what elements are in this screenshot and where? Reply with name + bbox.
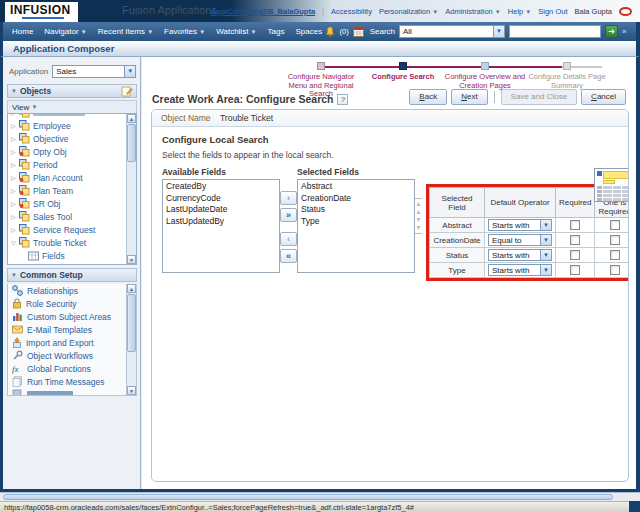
list-item[interactable]: Type	[298, 216, 414, 228]
operator-select[interactable]: Equal to▼	[488, 234, 552, 246]
objects-section-header[interactable]: ▼ Objects	[7, 84, 137, 98]
scroll-up-icon[interactable]: ▲	[127, 114, 136, 123]
scrollbar-thumb[interactable]	[3, 494, 613, 500]
move-selected-right-button[interactable]: ›	[280, 191, 297, 205]
move-to-top-icon[interactable]	[415, 198, 422, 199]
scroll-down-icon[interactable]: ▼	[127, 255, 136, 264]
administration-menu[interactable]: Administration ▼	[445, 7, 501, 16]
tree-item-employee[interactable]: ▷Employee	[8, 119, 136, 132]
operator-select[interactable]: Starts with▼	[488, 249, 552, 261]
operator-select[interactable]: Starts with▼	[488, 264, 552, 276]
search-scope-select[interactable]: All ▼	[399, 25, 505, 38]
nav-item-favorites[interactable]: Favorites ▼	[164, 27, 205, 36]
search-go-button[interactable]: ➜	[605, 25, 618, 38]
common-item-custom-subject-areas[interactable]: Custom Subject Areas	[8, 310, 136, 323]
next-button[interactable]: Next	[451, 89, 487, 105]
scrollbar-thumb[interactable]	[127, 294, 136, 352]
nav-item-recent-items[interactable]: Recent Items ▼	[98, 27, 153, 36]
operator-select[interactable]: Starts with▼	[488, 219, 552, 231]
tree-item-objective[interactable]: ▷Objective	[8, 132, 136, 145]
at-least-one-checkbox[interactable]	[610, 250, 620, 260]
list-item[interactable]: LastUpdateDate	[163, 204, 279, 216]
nav-item-navigator[interactable]: Navigator ▼	[44, 27, 86, 36]
tree-view-menu[interactable]: View ▼	[7, 100, 137, 113]
list-item[interactable]: CurrencyCode	[163, 193, 279, 205]
cancel-button[interactable]: Cancel	[581, 89, 626, 105]
tree-item-sales-tool[interactable]: ▷Sales Tool	[8, 210, 136, 223]
fields-shuttle: Available Fields CreatedBy CurrencyCode …	[162, 167, 618, 285]
move-to-bottom-icon[interactable]: ▼	[415, 224, 422, 232]
tree-item-sr-obj[interactable]: ▷SR Obj	[8, 197, 136, 210]
at-least-one-checkbox[interactable]	[610, 235, 620, 245]
tree-item-trouble-ticket[interactable]: ▽Trouble Ticket	[8, 236, 136, 249]
accessibility-link[interactable]: Accessibility	[331, 7, 372, 16]
application-selector-row: Application Sales ▼	[9, 65, 137, 78]
save-and-close-button[interactable]: Save and Close	[501, 89, 577, 105]
divider	[494, 91, 495, 103]
required-checkbox[interactable]	[570, 235, 580, 245]
calendar-icon[interactable]	[353, 26, 364, 37]
application-select[interactable]: Sales ▼	[52, 65, 136, 78]
chevron-down-icon: ▼	[540, 265, 551, 275]
sign-out-link[interactable]: Sign Out	[538, 7, 567, 16]
tree-item-opty-obj[interactable]: ▷Opty Obj	[8, 145, 136, 158]
common-item-import-export[interactable]: Import and Export	[8, 336, 136, 349]
selected-fields-listbox[interactable]: Abstract CreationDate Status Type	[297, 179, 415, 273]
object-icon	[19, 133, 30, 144]
tree-scrollbar[interactable]: ▲ ▼	[126, 114, 136, 264]
tree-item-fields[interactable]: Fields	[8, 249, 136, 262]
common-item-run-time-messages[interactable]: Run Time Messages	[8, 375, 136, 388]
list-item[interactable]: Abstract	[298, 181, 414, 193]
common-item-role-security[interactable]: Role Security	[8, 297, 136, 310]
common-item-relationships[interactable]: Relationships	[8, 284, 136, 297]
toolbar-overflow-icon[interactable]: »	[622, 26, 631, 38]
common-list-scrollbar[interactable]: ▲ ▼	[126, 284, 136, 395]
help-menu[interactable]: Help ▼	[508, 7, 531, 16]
common-item-clipped[interactable]	[8, 388, 136, 396]
required-checkbox[interactable]	[570, 220, 580, 230]
move-selected-left-button[interactable]: ‹	[280, 232, 297, 246]
common-item-global-functions[interactable]: fxGlobal Functions	[8, 362, 136, 375]
common-item-email-templates[interactable]: E-Mail Templates	[8, 323, 136, 336]
nav-item-spaces[interactable]: Spaces	[295, 27, 322, 36]
personalization-menu[interactable]: Personalization ▼	[379, 7, 438, 16]
move-up-icon[interactable]: ▲	[415, 208, 422, 216]
scroll-up-icon[interactable]: ▲	[127, 284, 136, 293]
move-to-bottom-icon[interactable]	[415, 233, 422, 234]
move-all-right-button[interactable]: »	[280, 208, 297, 222]
required-checkbox[interactable]	[570, 250, 580, 260]
notifications-bell-icon[interactable]	[325, 26, 335, 38]
tree-item-period[interactable]: ▷Period	[8, 158, 136, 171]
notification-count: (0)	[339, 27, 348, 36]
scroll-down-icon[interactable]: ▼	[127, 386, 136, 395]
tree-item-plan-account[interactable]: ▷Plan Account	[8, 171, 136, 184]
help-icon[interactable]: ?	[337, 94, 348, 105]
create-object-icon[interactable]	[121, 85, 133, 97]
common-item-object-workflows[interactable]: Object Workflows	[8, 349, 136, 362]
tree-item-plan-team[interactable]: ▷Plan Team	[8, 184, 136, 197]
required-checkbox[interactable]	[570, 265, 580, 275]
tree-item-service-request[interactable]: ▷Service Request	[8, 223, 136, 236]
move-down-icon[interactable]: ▼	[415, 216, 422, 224]
session-sandbox-link[interactable]: ApplCoreLongSB_BalaGupta	[211, 7, 315, 16]
nav-item-home[interactable]: Home	[12, 27, 33, 36]
nav-item-tags[interactable]: Tags	[268, 27, 285, 36]
list-item[interactable]: LastUpdatedBy	[163, 216, 279, 228]
nav-item-watchlist[interactable]: Watchlist ▼	[216, 27, 256, 36]
move-all-left-button[interactable]: «	[280, 249, 297, 263]
chevron-down-icon: ▼	[540, 220, 551, 230]
back-button[interactable]: Back	[409, 89, 447, 105]
list-item[interactable]: CreatedBy	[163, 181, 279, 193]
search-input[interactable]	[509, 25, 601, 38]
at-least-one-checkbox[interactable]	[610, 265, 620, 275]
at-least-one-checkbox[interactable]	[610, 220, 620, 230]
list-item[interactable]: Status	[298, 204, 414, 216]
common-setup-section-header[interactable]: ▼ Common Setup	[7, 268, 137, 282]
tree-item-pages[interactable]: Pages	[8, 262, 136, 265]
list-item[interactable]: CreationDate	[298, 193, 414, 205]
scrollbar-thumb[interactable]	[127, 124, 136, 162]
collapse-icon: ▼	[11, 88, 17, 94]
available-fields-listbox[interactable]: CreatedBy CurrencyCode LastUpdateDate La…	[162, 179, 280, 273]
horizontal-scrollbar[interactable]	[0, 492, 640, 501]
move-to-top-icon[interactable]: ▲	[415, 200, 422, 208]
